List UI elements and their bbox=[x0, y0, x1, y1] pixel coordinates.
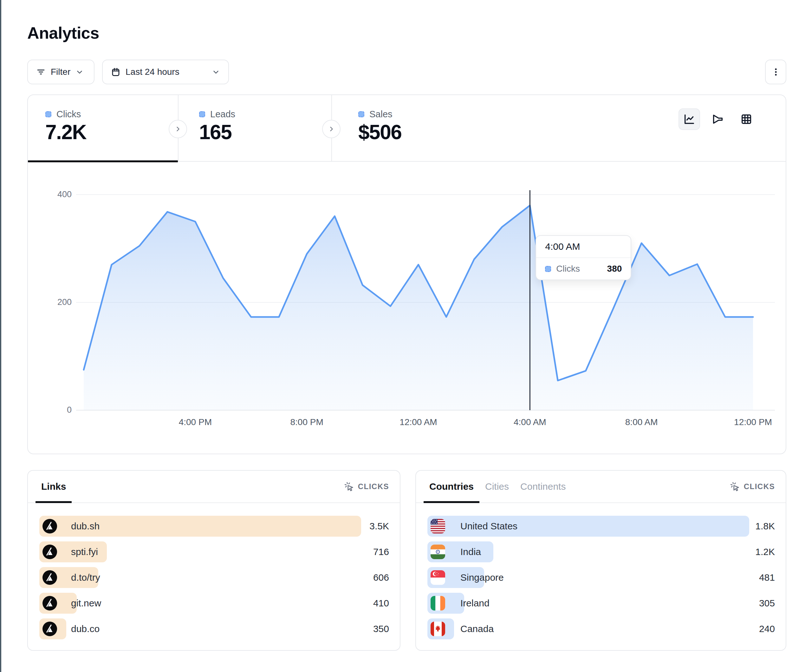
list-item-label: Ireland bbox=[461, 593, 490, 614]
calendar-icon bbox=[111, 67, 121, 77]
app-edge-divider bbox=[0, 0, 1, 672]
sales-series-marker-icon bbox=[358, 111, 364, 117]
links-list: dub.sh3.5Kspti.fyi716d.to/try606git.new4… bbox=[39, 516, 389, 644]
list-item-value: 410 bbox=[373, 593, 389, 614]
y-axis-tick: 0 bbox=[34, 405, 72, 415]
chevron-down-icon bbox=[212, 68, 220, 76]
y-axis-tick: 200 bbox=[34, 297, 72, 307]
dub-logo-icon bbox=[43, 544, 57, 559]
more-options-button[interactable] bbox=[765, 60, 786, 84]
links-metric-selector[interactable]: CLICKS bbox=[344, 481, 389, 492]
cursor-click-icon bbox=[730, 481, 740, 492]
list-item-label: Singapore bbox=[461, 567, 504, 588]
chart-gridlines bbox=[76, 194, 775, 410]
x-axis-tick: 8:00 AM bbox=[607, 417, 676, 427]
tab-cities[interactable]: Cities bbox=[479, 471, 515, 502]
chevron-down-icon bbox=[75, 68, 84, 76]
ie-flag-icon bbox=[431, 596, 445, 611]
list-item-label: d.to/try bbox=[71, 567, 100, 588]
dub-logo-icon bbox=[43, 570, 57, 585]
clicks-line bbox=[84, 205, 753, 381]
list-item-value: 606 bbox=[373, 567, 389, 588]
tab-links[interactable]: Links bbox=[36, 471, 72, 502]
links-metric-label: CLICKS bbox=[358, 482, 389, 491]
list-item[interactable]: dub.co350 bbox=[39, 618, 389, 640]
table-grid-icon bbox=[740, 113, 753, 126]
funnel-chart-view-button[interactable] bbox=[707, 108, 728, 130]
page-title: Analytics bbox=[27, 24, 99, 43]
countries-tabs: CountriesCitiesContinents bbox=[416, 471, 571, 502]
tooltip-value: 380 bbox=[607, 264, 622, 274]
countries-metric-label: CLICKS bbox=[744, 482, 775, 491]
stat-tab-sales[interactable]: Sales $506 bbox=[331, 95, 522, 162]
stat-label: Clicks bbox=[56, 109, 81, 119]
chevron-right-icon bbox=[328, 125, 335, 133]
stat-label: Leads bbox=[210, 109, 235, 119]
expand-sales-button[interactable] bbox=[322, 120, 341, 138]
list-item-label: spti.fyi bbox=[71, 541, 98, 562]
stat-tab-leads[interactable]: Leads 165 bbox=[178, 95, 331, 162]
in-flag-icon bbox=[431, 544, 445, 559]
funnel-chart-icon bbox=[711, 113, 724, 126]
dub-logo-icon bbox=[43, 596, 57, 611]
line-chart-view-button[interactable] bbox=[679, 108, 700, 130]
list-item[interactable]: Ireland305 bbox=[427, 593, 775, 614]
x-axis-tick: 4:00 AM bbox=[495, 417, 565, 427]
links-panel: Links CLICKS dub.sh3.5Kspti.fyi716d.to/t… bbox=[27, 470, 401, 651]
dub-logo-icon bbox=[43, 596, 57, 611]
chart-view-toggle bbox=[679, 108, 757, 130]
list-item-label: git.new bbox=[71, 593, 101, 614]
dub-logo-icon bbox=[43, 519, 57, 534]
list-item[interactable]: git.new410 bbox=[39, 593, 389, 614]
stat-value: 7.2K bbox=[45, 121, 86, 144]
list-item[interactable]: Singapore481 bbox=[427, 567, 775, 588]
list-item-label: Canada bbox=[461, 618, 494, 640]
list-item[interactable]: Canada240 bbox=[427, 618, 775, 640]
list-item-value: 716 bbox=[373, 541, 389, 562]
stat-tab-clicks[interactable]: Clicks 7.2K bbox=[28, 95, 178, 162]
list-item-value: 305 bbox=[759, 593, 775, 614]
filter-lines-icon bbox=[36, 67, 46, 77]
date-range-label: Last 24 hours bbox=[126, 67, 179, 77]
x-axis-tick: 12:00 PM bbox=[718, 417, 788, 427]
filter-button-label: Filter bbox=[51, 67, 70, 77]
list-item-value: 240 bbox=[759, 618, 775, 640]
list-item[interactable]: United States1.8K bbox=[427, 516, 775, 537]
tab-countries[interactable]: Countries bbox=[424, 471, 479, 502]
filter-button[interactable]: Filter bbox=[27, 60, 94, 84]
list-item-value: 3.5K bbox=[369, 516, 389, 537]
dub-logo-icon bbox=[43, 622, 57, 636]
leads-series-marker-icon bbox=[199, 111, 205, 117]
list-item-label: dub.co bbox=[71, 618, 99, 640]
table-view-button[interactable] bbox=[735, 108, 757, 130]
list-item[interactable]: spti.fyi716 bbox=[39, 541, 389, 562]
countries-list: United States1.8KIndia1.2KSingapore481Ir… bbox=[427, 516, 775, 644]
area-fill bbox=[84, 205, 753, 410]
links-tabs: Links bbox=[28, 471, 72, 502]
expand-leads-button[interactable] bbox=[169, 120, 187, 138]
x-axis-tick: 8:00 PM bbox=[272, 417, 342, 427]
tab-continents[interactable]: Continents bbox=[515, 471, 571, 502]
tooltip-series-label: Clicks bbox=[556, 264, 580, 274]
y-axis-tick: 400 bbox=[34, 189, 72, 200]
x-axis-tick: 12:00 AM bbox=[384, 417, 454, 427]
dub-logo-icon bbox=[43, 622, 57, 636]
list-item[interactable]: dub.sh3.5K bbox=[39, 516, 389, 537]
clicks-series-marker-icon bbox=[545, 266, 551, 272]
countries-metric-selector[interactable]: CLICKS bbox=[730, 481, 775, 492]
list-item-value: 1.8K bbox=[755, 516, 775, 537]
date-range-button[interactable]: Last 24 hours bbox=[102, 60, 229, 84]
us-flag-icon bbox=[431, 519, 445, 534]
clicks-series-marker-icon bbox=[45, 111, 51, 117]
list-item-label: India bbox=[461, 541, 481, 562]
tooltip-time: 4:00 AM bbox=[536, 236, 631, 258]
list-item[interactable]: d.to/try606 bbox=[39, 567, 389, 588]
active-stat-underline bbox=[28, 160, 178, 162]
list-item[interactable]: India1.2K bbox=[427, 541, 775, 562]
analytics-card: Clicks 7.2K Leads 165 Sales $506 bbox=[27, 94, 786, 454]
list-item-value: 481 bbox=[759, 567, 775, 588]
countries-panel: CountriesCitiesContinents CLICKS United … bbox=[415, 470, 786, 651]
chevron-right-icon bbox=[174, 125, 182, 133]
stats-row: Clicks 7.2K Leads 165 Sales $506 bbox=[28, 95, 786, 162]
list-item-label: dub.sh bbox=[71, 516, 99, 537]
